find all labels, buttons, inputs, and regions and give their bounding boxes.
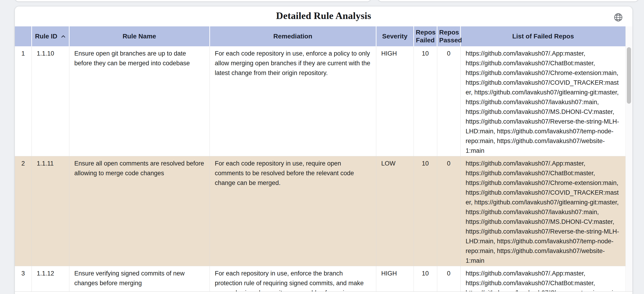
header-rule-id-label: Rule ID	[35, 33, 57, 40]
table-row: 2 1.1.11 Ensure all open comments are re…	[15, 156, 626, 266]
cell-index: 3	[15, 266, 32, 292]
cell-rule-name: Ensure verifying signed commits of new c…	[69, 266, 210, 292]
table-header-row: Rule ID Rule Name Remediation Severity R…	[15, 26, 626, 46]
cell-severity: LOW	[376, 156, 414, 266]
globe-button[interactable]	[613, 12, 624, 23]
cell-repos-passed: 0	[437, 266, 460, 292]
header-repos-passed[interactable]: Repos Passed	[437, 26, 460, 46]
top-card-right-edge	[378, 0, 638, 1]
table-scrollbar[interactable]	[626, 26, 632, 292]
cell-rule-name: Ensure all open comments are resolved be…	[69, 156, 210, 266]
scrollbar-thumb[interactable]	[627, 47, 631, 104]
cell-failed-repos: https://github.com/lavakush07/.App:maste…	[460, 46, 626, 156]
cell-repos-failed: 10	[414, 156, 437, 266]
sort-ascending-icon	[61, 35, 66, 38]
cell-repos-passed: 0	[437, 46, 460, 156]
cell-repos-passed: 0	[437, 156, 460, 266]
header-rule-name[interactable]: Rule Name	[69, 26, 210, 46]
cell-remediation: For each repository in use, enforce the …	[210, 266, 376, 292]
cell-severity: HIGH	[376, 266, 414, 292]
cell-index: 2	[15, 156, 32, 266]
cell-rule-id: 1.1.10	[32, 46, 69, 156]
header-rule-id[interactable]: Rule ID	[32, 26, 69, 46]
header-remediation[interactable]: Remediation	[210, 26, 376, 46]
table-row: 1 1.1.10 Ensure open git branches are up…	[15, 46, 626, 156]
cell-repos-failed: 10	[414, 266, 437, 292]
header-failed-repos[interactable]: List of Failed Repos	[460, 26, 626, 46]
cell-rule-id: 1.1.11	[32, 156, 69, 266]
globe-icon	[614, 12, 623, 22]
rule-table: Rule ID Rule Name Remediation Severity R…	[15, 26, 626, 292]
rule-table-area: Rule ID Rule Name Remediation Severity R…	[15, 26, 632, 292]
cell-failed-repos: https://github.com/lavakush07/.App:maste…	[460, 156, 626, 266]
cell-remediation: For each code repository in use, enforce…	[210, 46, 376, 156]
cell-remediation: For each code repository in use, require…	[210, 156, 376, 266]
top-card-left-edge	[15, 0, 371, 1]
table-row: 3 1.1.12 Ensure verifying signed commits…	[15, 266, 626, 292]
cell-rule-id: 1.1.12	[32, 266, 69, 292]
cell-severity: HIGH	[376, 46, 414, 156]
header-index	[15, 26, 32, 46]
cell-repos-failed: 10	[414, 46, 437, 156]
cell-rule-name: Ensure open git branches are up to date …	[69, 46, 210, 156]
detailed-rule-analysis-card: Detailed Rule Analysis Rule	[15, 6, 632, 294]
rule-table-viewport[interactable]: Rule ID Rule Name Remediation Severity R…	[15, 26, 626, 292]
page-title: Detailed Rule Analysis	[15, 6, 632, 21]
header-repos-failed[interactable]: Repos Failed	[414, 26, 437, 46]
header-severity[interactable]: Severity	[376, 26, 414, 46]
cell-index: 1	[15, 46, 32, 156]
cell-failed-repos: https://github.com/lavakush07/.App:maste…	[460, 266, 626, 292]
